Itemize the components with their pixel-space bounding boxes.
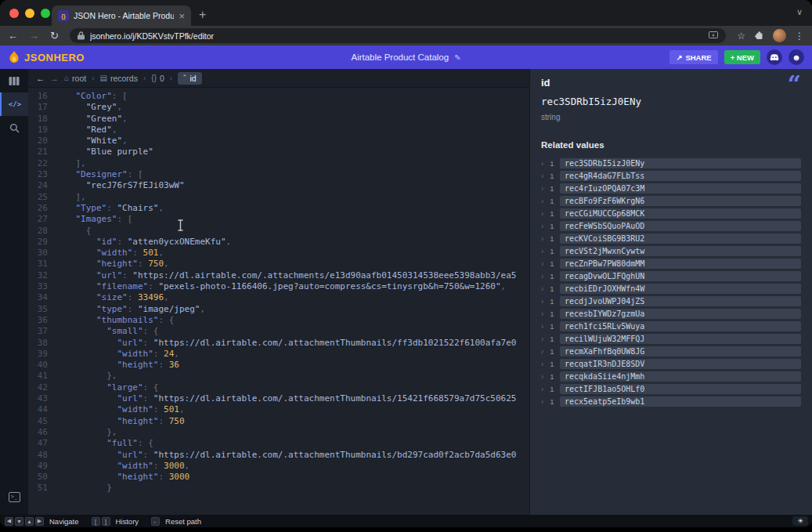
related-value-row[interactable]: ›1recbiEDrJOXHWfn4W xyxy=(541,284,801,294)
code-line[interactable]: "large": { xyxy=(55,382,529,393)
code-line[interactable]: "width": 3000, xyxy=(55,461,529,472)
editor-view-button[interactable]: </> xyxy=(0,92,28,116)
related-value-chip[interactable]: recCGiMUCCGp68MCK xyxy=(560,208,801,219)
code-line[interactable]: "height": 36 xyxy=(55,360,529,371)
code-line[interactable]: "size": 33496, xyxy=(55,292,529,303)
breadcrumb-root[interactable]: ⌂ root xyxy=(64,74,86,83)
code-line[interactable]: "height": 3000 xyxy=(55,472,529,483)
related-value-row[interactable]: ›1recmXaFhfBq0UW8JG xyxy=(541,346,801,356)
extensions-puzzle-icon[interactable] xyxy=(754,31,764,41)
related-value-chip[interactable]: recFeWSbSQuoPAuOD xyxy=(560,221,801,231)
tab-close-icon[interactable]: × xyxy=(179,10,185,22)
code-line[interactable]: } xyxy=(55,483,529,494)
related-value-row[interactable]: ›1recVSt2jMwxnCywtw xyxy=(541,246,801,256)
browser-tab[interactable]: {} JSON Hero - Airtable Product Catal...… xyxy=(52,5,191,26)
reload-icon[interactable]: ↻ xyxy=(50,30,59,42)
code-line[interactable]: ], xyxy=(55,192,529,203)
related-value-row[interactable]: ›1recBFo9FzF6WKrgN6 xyxy=(541,196,801,206)
related-value-chip[interactable]: recagDvwOLJFQghUN xyxy=(560,271,801,281)
jsonhero-logo[interactable]: JSONHERO xyxy=(8,50,85,64)
related-value-chip[interactable]: rectIFJB1ao5OHLf0 xyxy=(560,384,801,394)
related-value-chip[interactable]: recqkdaSiie4njMmh xyxy=(560,371,801,382)
code-line[interactable]: "full": { xyxy=(55,438,529,449)
share-button[interactable]: ↗ SHARE xyxy=(669,50,717,64)
bookmark-star-icon[interactable]: ☆ xyxy=(737,31,745,42)
back-icon[interactable]: ← xyxy=(8,30,18,42)
related-value-row[interactable]: ›1recZnPBw7PW80dmMM xyxy=(541,259,801,269)
related-value-chip[interactable]: recKVCoiSBG9B3RU2 xyxy=(560,233,801,244)
code-line[interactable]: "url": "https://dl.airtable.com/.attachm… xyxy=(55,270,529,281)
related-value-row[interactable]: ›1rec4gR4daG7FLbTss xyxy=(541,171,801,181)
code-line[interactable]: "Red", xyxy=(55,125,529,136)
related-value-chip[interactable]: recilWUjuW32MFFQJ xyxy=(560,334,801,344)
code-line[interactable]: "Type": "Chairs", xyxy=(55,203,529,214)
related-value-row[interactable]: ›1recKVCoiSBG9B3RU2 xyxy=(541,233,801,244)
code-line[interactable]: "Green", xyxy=(55,114,529,125)
new-document-button[interactable]: + NEW xyxy=(724,50,760,64)
related-value-chip[interactable]: recesbIYWDz7gzmUa xyxy=(560,309,801,319)
browser-menu-icon[interactable]: ⋮ xyxy=(795,31,804,42)
related-value-chip[interactable]: recBFo9FzF6WKrgN6 xyxy=(560,196,801,206)
discord-button[interactable] xyxy=(767,49,782,65)
code-line[interactable]: "type": "image/jpeg", xyxy=(55,304,529,315)
related-value-row[interactable]: ›1recqkdaSiie4njMmh xyxy=(541,371,801,382)
related-value-row[interactable]: ›1rech1fci5RLv5Wuya xyxy=(541,321,801,331)
code-line[interactable]: "width": 24, xyxy=(55,349,529,360)
related-value-row[interactable]: ›1recx5eatp5eIb9wb1 xyxy=(541,396,801,407)
code-line[interactable]: }, xyxy=(55,371,529,382)
related-value-chip[interactable]: recqatIR3nDJE8SDV xyxy=(560,359,801,369)
code-area[interactable]: 1617181920212223242526272829303132333435… xyxy=(28,88,529,515)
breadcrumb-index[interactable]: {} 0 xyxy=(151,74,164,83)
code-line[interactable]: "url": "https://dl.airtable.com/.attachm… xyxy=(55,450,529,461)
theme-toggle-button[interactable]: ☀ xyxy=(792,516,808,526)
code-line[interactable]: "White", xyxy=(55,136,529,147)
related-value-row[interactable]: ›1rectIFJB1ao5OHLf0 xyxy=(541,384,801,394)
code-line[interactable]: "height": 750, xyxy=(55,259,529,270)
tab-search-chevron-icon[interactable]: ∨ xyxy=(796,7,803,17)
related-value-row[interactable]: ›1recesbIYWDz7gzmUa xyxy=(541,309,801,319)
related-value-row[interactable]: ›1recdjJvoUWPJ04jZS xyxy=(541,296,801,306)
related-value-chip[interactable]: rec4gR4daG7FLbTss xyxy=(560,171,801,181)
related-value-chip[interactable]: rech1fci5RLv5Wuya xyxy=(560,321,801,331)
close-window-button[interactable] xyxy=(9,9,19,18)
code-lines[interactable]: "Color": [ "Grey", "Green", "Red", "Whit… xyxy=(55,91,529,515)
code-line[interactable]: }, xyxy=(55,427,529,438)
related-value-chip[interactable]: recbiEDrJOXHWfn4W xyxy=(560,284,801,294)
related-value-row[interactable]: ›1rec4rIuzOPQA07c3M xyxy=(541,183,801,194)
code-line[interactable]: ], xyxy=(55,158,529,169)
new-tab-button[interactable]: + xyxy=(199,6,206,24)
related-value-chip[interactable]: rec3SDRbI5izJ0ENy xyxy=(560,158,801,168)
related-value-row[interactable]: ›1recqatIR3nDJE8SDV xyxy=(541,359,801,369)
code-line[interactable]: "recJ76rS7fEJi03wW" xyxy=(55,180,529,191)
code-line[interactable]: "url": "https://dl.airtable.com/.attachm… xyxy=(55,338,529,349)
related-value-chip[interactable]: recZnPBw7PW80dmMM xyxy=(560,259,801,269)
code-line[interactable]: "url": "https://dl.airtable.com/.attachm… xyxy=(55,393,529,404)
code-line[interactable]: "small": { xyxy=(55,326,529,337)
code-line[interactable]: "Images": [ xyxy=(55,214,529,225)
breadcrumb-current-chip[interactable]: “ id xyxy=(178,72,202,85)
minimize-window-button[interactable] xyxy=(25,9,34,18)
code-line[interactable]: "Blue purple" xyxy=(55,147,529,157)
search-button[interactable] xyxy=(0,116,28,139)
related-value-row[interactable]: ›1recagDvwOLJFQghUN xyxy=(541,271,801,281)
code-line[interactable]: "Designer": [ xyxy=(55,169,529,180)
related-value-row[interactable]: ›1recFeWSbSQuoPAuOD xyxy=(541,221,801,231)
address-bar[interactable]: jsonhero.io/j/KD5KVstvTPfk/editor xyxy=(70,28,726,43)
path-back-icon[interactable]: ← xyxy=(36,74,45,83)
related-value-chip[interactable]: recVSt2jMwxnCywtw xyxy=(560,246,801,256)
fullscreen-window-button[interactable] xyxy=(41,9,50,18)
install-app-icon[interactable] xyxy=(709,31,718,40)
terminal-button[interactable]: >_ xyxy=(0,485,28,508)
code-line[interactable]: "filename": "pexels-photo-1166406.jpeg?a… xyxy=(55,281,529,292)
code-line[interactable]: "width": 501, xyxy=(55,248,529,259)
related-value-chip[interactable]: recdjJvoUWPJ04jZS xyxy=(560,296,801,306)
profile-avatar[interactable] xyxy=(773,29,786,42)
breadcrumb-records[interactable]: ▤ records xyxy=(99,74,137,83)
related-value-row[interactable]: ›1rec3SDRbI5izJ0ENy xyxy=(541,158,801,168)
related-value-chip[interactable]: recmXaFhfBq0UW8JG xyxy=(560,346,801,356)
related-value-chip[interactable]: recx5eatp5eIb9wb1 xyxy=(560,396,801,407)
related-value-row[interactable]: ›1recilWUjuW32MFFQJ xyxy=(541,334,801,344)
code-line[interactable]: "Color": [ xyxy=(55,91,529,102)
forward-icon[interactable]: → xyxy=(29,30,39,42)
related-value-row[interactable]: ›1recCGiMUCCGp68MCK xyxy=(541,208,801,219)
